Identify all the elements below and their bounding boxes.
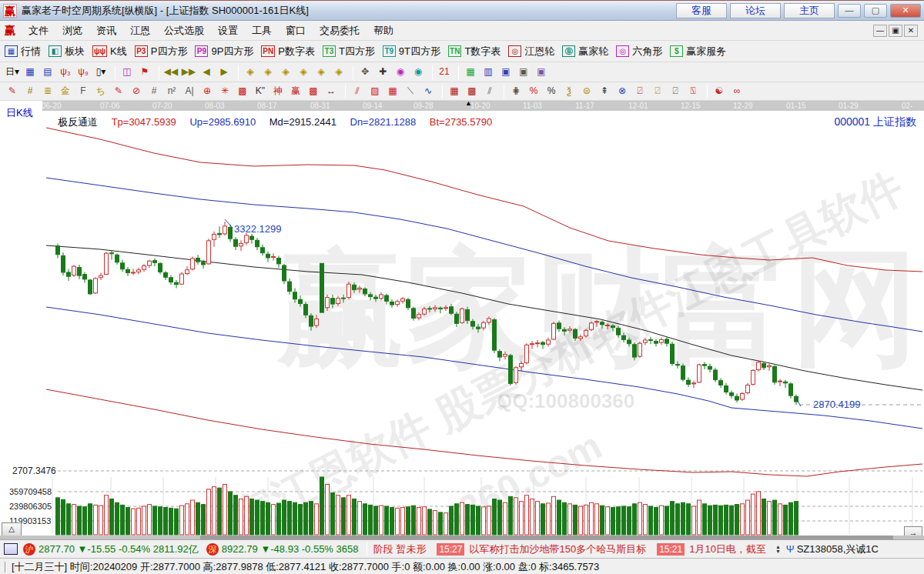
menu-窗口[interactable]: 窗口 [279,22,313,38]
tool-icon[interactable]: ѯ [561,85,577,98]
tool-icon[interactable]: ⚑ [137,65,152,79]
news-headline-2[interactable]: 1月10日电，截至 [689,542,766,556]
menu-资讯[interactable]: 资讯 [89,22,123,38]
menu-工具[interactable]: 工具 [245,22,279,38]
tool-icon[interactable]: ▶ [216,65,232,79]
toolbar-button-9T四方形[interactable]: T99T四方形 [383,45,440,58]
tool-icon[interactable]: ✥ [357,65,373,79]
menu-浏览[interactable]: 浏览 [55,22,89,38]
tool-icon[interactable]: ▣ [534,65,549,79]
tool-icon[interactable]: ▯▾ [93,65,109,79]
tool-icon[interactable]: ⫽ [350,85,365,98]
menu-公式选股[interactable]: 公式选股 [157,22,211,38]
tool-icon[interactable]: ▣ [516,65,531,79]
tool-icon[interactable]: ψ₃ [58,65,73,79]
tool-icon[interactable]: ⍂ [685,85,701,98]
tool-icon[interactable]: ⍁ [632,85,648,98]
forum-button[interactable]: 论坛 [730,3,781,18]
tool-icon[interactable]: ◀ [199,65,214,79]
tool-icon[interactable]: ◈ [313,65,329,79]
toolbar-button-T数字表[interactable]: TNT数字表 [448,45,500,58]
tool-icon[interactable]: ▤ [40,65,55,79]
shenzhen-index-quote[interactable]: 8922.79 ▼-48.93 -0.55% 3658.27 [222,543,359,555]
tool-icon[interactable]: ☯ [711,85,727,98]
tool-icon[interactable]: # [22,85,38,98]
tool-icon[interactable]: ◫ [119,65,135,79]
tool-icon[interactable]: ∿ [420,85,436,98]
customer-service-button[interactable]: 客服 [676,3,727,18]
toolbar-button-赢家轮[interactable]: Ⓑ赢家轮 [562,45,608,58]
tool-icon[interactable]: ▥ [480,65,496,79]
menu-设置[interactable]: 设置 [211,22,245,38]
tool-icon[interactable]: 赢 [288,85,303,98]
tool-icon[interactable]: ψ₉ [75,65,91,79]
toolbar-button-P四方形[interactable]: P3P四方形 [135,45,188,58]
close-button[interactable]: ✕ [890,4,921,18]
tool-icon[interactable]: ▦ [447,85,462,98]
homepage-button[interactable]: 主页 [784,3,835,18]
tool-icon[interactable]: ◈ [296,65,311,79]
tool-icon[interactable]: F [75,85,91,98]
tool-icon[interactable]: 神 [270,85,286,98]
tool-icon[interactable]: ⊗ [614,85,630,98]
tool-icon[interactable]: ▣ [498,65,514,79]
tool-icon[interactable]: ✚ [375,65,390,79]
menu-江恩[interactable]: 江恩 [123,22,157,38]
toolbar-button-K线[interactable]: ψψK线 [92,45,127,58]
tool-icon[interactable]: ▩ [306,85,321,98]
tool-icon[interactable]: % [526,85,541,98]
tool-icon[interactable]: ◈ [331,65,346,79]
tool-icon[interactable]: ▦ [22,65,38,79]
mdi-restore-button[interactable]: ▣ [889,25,902,37]
tool-icon[interactable]: ⟍ [403,85,418,98]
scroll-left-button[interactable]: △ [2,522,22,536]
menu-帮助[interactable]: 帮助 [367,22,400,38]
tool-icon[interactable]: ⫽ [482,85,497,98]
menu-交易委托[interactable]: 交易委托 [313,22,367,38]
tool-icon[interactable]: ◈ [260,65,276,79]
tool-icon[interactable]: ▶▶ [181,65,196,79]
tool-icon[interactable]: ち [93,85,109,98]
toolbar-button-9P四方形[interactable]: P99P四方形 [195,45,253,58]
tool-icon[interactable]: ◀◀ [163,65,179,79]
news-headline-1[interactable]: 以军称打击加沙地带150多个哈马斯目标 [469,542,646,556]
tool-icon[interactable]: ◈ [243,65,258,79]
toolbar-button-P数字表[interactable]: PNP数字表 [261,45,315,58]
mdi-minimize-button[interactable]: — [873,25,887,37]
tool-icon[interactable]: ▩ [464,85,480,98]
tool-icon[interactable]: K" [253,85,268,98]
menu-文件[interactable]: 文件 [22,22,55,38]
tool-icon[interactable]: ▩ [235,85,250,98]
tool-icon[interactable]: 金 [58,85,73,98]
toolbar-button-行情[interactable]: ▦行情 [5,45,41,58]
tool-icon[interactable]: ↔ [323,85,339,98]
tool-icon[interactable]: ⇞ [597,85,612,98]
tool-icon[interactable]: A| [182,85,197,98]
mdi-close-button[interactable]: ✕ [904,25,918,37]
candlestick-chart[interactable]: 2707.34763597094582398063051199031533322… [0,101,924,539]
tool-icon[interactable]: ▨ [367,85,383,98]
toolbar-button-板块[interactable]: ◧板块 [49,45,85,58]
tool-icon[interactable]: ▦ [385,85,400,98]
tool-icon[interactable]: ◉ [410,65,426,79]
toolbar-button-江恩轮[interactable]: ◎江恩轮 [508,45,554,58]
tool-icon[interactable]: ◉ [393,65,408,79]
tool-icon[interactable]: % [544,85,559,98]
tool-icon[interactable]: ✎ [111,85,126,98]
maximize-button[interactable]: ▢ [864,4,887,18]
tool-icon[interactable]: ⊜ [579,85,594,98]
toolbar-button-六角形[interactable]: ◎六角形 [616,45,662,58]
tool-icon[interactable]: ⊘ [129,85,144,98]
tool-icon[interactable]: ✎ [5,85,20,98]
tool-icon[interactable]: ✳ [217,85,233,98]
tool-icon[interactable]: ∞ [729,85,745,98]
tool-icon[interactable]: # [146,85,162,98]
tool-icon[interactable]: ◈ [278,65,293,79]
tool-icon[interactable]: 21 [437,65,452,79]
tool-icon[interactable]: n² [164,85,179,98]
tool-icon[interactable]: ▦ [463,65,478,79]
quote-table-icon[interactable] [4,543,18,555]
minimize-button[interactable]: — [838,4,861,18]
toolbar-button-T四方形[interactable]: T3T四方形 [323,45,375,58]
tool-icon[interactable]: ⋕ [508,85,524,98]
